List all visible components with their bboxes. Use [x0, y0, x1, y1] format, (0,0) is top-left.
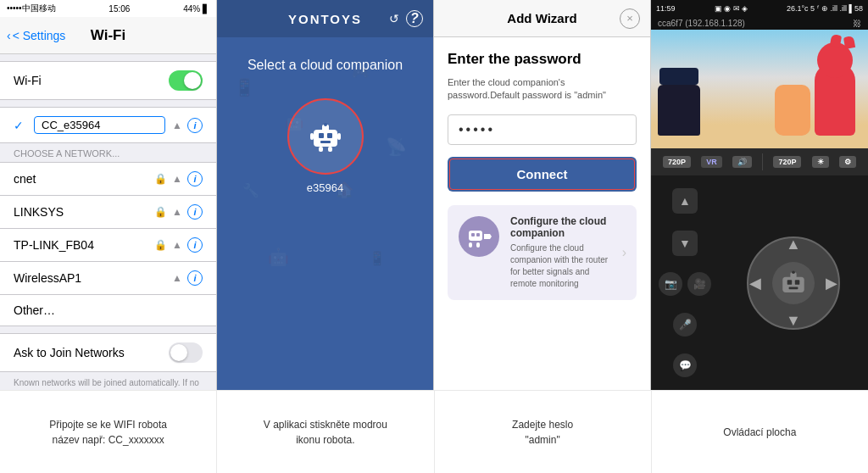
carrier-label: •••••中国移动: [7, 3, 56, 14]
toy-ear-right: [830, 34, 842, 47]
chat-button[interactable]: 💬: [673, 353, 697, 377]
caption-2: V aplikaci stiskněte modrouikonu robota.: [217, 391, 434, 473]
controls-area: ▲ ▼ 📷 🎥 🎤 💬: [651, 175, 868, 390]
network-name: TP-LINK_FB04: [14, 238, 94, 252]
svg-rect-9: [319, 133, 324, 138]
network-name: Other…: [14, 303, 55, 317]
info-icon[interactable]: i: [187, 171, 203, 186]
down-button[interactable]: ▼: [672, 231, 698, 256]
current-network-name: CC_e35964: [34, 116, 165, 134]
dpad-center-btn[interactable]: [772, 262, 815, 304]
back-chevron-icon: ‹: [7, 29, 11, 42]
info-icon[interactable]: i: [187, 204, 203, 220]
statusbar-panel1: •••••中国移动 15:06 44% ▋: [0, 0, 216, 17]
wifi-title: Wi-Fi: [91, 27, 125, 44]
chevron-right-icon: ›: [622, 245, 626, 260]
signal-label: 26.1°c 5 ᶠ ⊕ .ill .ill ▌58: [787, 4, 863, 13]
svg-rect-26: [795, 280, 799, 284]
wifi-toggle[interactable]: [169, 70, 203, 91]
resolution-btn[interactable]: 720P: [663, 156, 691, 168]
close-button[interactable]: ×: [620, 8, 640, 29]
camera-view: [651, 30, 868, 148]
network-item-wirelessap1[interactable]: WirelessAP1 ▲ i: [0, 262, 216, 295]
dpad-right-button[interactable]: ▶: [819, 270, 844, 296]
network-item-tplink[interactable]: TP-LINK_FB04 🔒 ▲ i: [0, 229, 216, 262]
svg-rect-11: [320, 141, 331, 143]
svg-point-29: [792, 270, 795, 274]
robot-name: e35964: [307, 181, 343, 194]
enter-password-description: Enter the cloud companion's password.Def…: [448, 76, 637, 103]
wifi-icon: ▲: [172, 173, 182, 185]
panel-yontoys: YONTOYS ? ↺ Select a cloud companion 📱 🤖…: [217, 0, 434, 390]
ask-join-row: Ask to Join Networks: [0, 333, 216, 372]
robot-icon: [307, 118, 344, 155]
configure-text: Configure the cloud companion Configure …: [510, 215, 612, 290]
dpad-left-button[interactable]: ◀: [743, 270, 768, 296]
wifi-icon: ▲: [172, 206, 182, 218]
current-network-section: ✓ CC_e35964 ▲ i: [0, 107, 216, 143]
network-item-linksys[interactable]: LINKSYS 🔒 ▲ i: [0, 196, 216, 229]
checkmark-icon: ✓: [14, 119, 27, 132]
yontoys-header: YONTOYS ? ↺: [217, 0, 433, 37]
caption-3: Zadejte heslo"admin": [435, 391, 652, 473]
info-icon[interactable]: i: [187, 118, 203, 133]
left-controls: ▲ ▼ 📷 🎥 🎤 💬: [651, 175, 719, 390]
brightness-btn[interactable]: ☀: [812, 156, 829, 168]
svg-rect-23: [476, 242, 480, 248]
back-button[interactable]: ‹ < Settings: [7, 29, 65, 42]
svg-rect-20: [471, 233, 475, 236]
info-icon[interactable]: i: [187, 237, 203, 253]
caption-1-text: Připojte se ke WIFI robotanázev např: CC…: [49, 417, 167, 448]
wifi-icon: ▲: [172, 272, 182, 284]
resolution-btn2[interactable]: 720P: [773, 156, 801, 168]
network-item-other[interactable]: Other…: [0, 295, 216, 326]
current-network-row[interactable]: ✓ CC_e35964 ▲ i: [0, 108, 216, 142]
svg-text:📱: 📱: [369, 250, 386, 266]
help-icon[interactable]: ?: [406, 10, 423, 27]
choose-network-header: CHOOSE A NETWORK...: [0, 143, 216, 162]
dpad-down-button[interactable]: ▼: [781, 309, 806, 334]
network-item-cnet[interactable]: cnet 🔒 ▲ i: [0, 163, 216, 196]
robot-center-icon: [776, 266, 810, 300]
configure-title: Configure the cloud companion: [510, 215, 612, 239]
vr-btn[interactable]: VR: [701, 156, 722, 168]
refresh-icon[interactable]: ↺: [389, 12, 399, 25]
svg-rect-16: [319, 147, 323, 152]
lock-icon: 🔒: [154, 173, 167, 185]
captions-row: Připojte se ke WIFI robotanázev např: CC…: [0, 390, 868, 473]
svg-text:📱: 📱: [234, 77, 255, 97]
camera-button[interactable]: 📷: [659, 272, 682, 296]
toolbar: 720P VR 🔊 720P ☀ ⚙: [651, 148, 868, 175]
password-input[interactable]: [448, 114, 637, 145]
wifi-toggle-section: Wi-Fi: [0, 61, 216, 100]
dpad-up-button[interactable]: ▲: [781, 232, 806, 258]
svg-text:🤖: 🤖: [268, 247, 289, 267]
volume-btn[interactable]: 🔊: [732, 156, 752, 168]
ask-section: Ask to Join Networks Known networks will…: [0, 333, 216, 390]
svg-rect-19: [469, 231, 482, 241]
mic-button[interactable]: 🎤: [673, 313, 697, 337]
settings-btn[interactable]: ⚙: [839, 156, 856, 168]
device-address: cca6f7 (192.168.1.128): [658, 19, 745, 28]
lock-icon: 🔒: [154, 206, 167, 218]
link-icon: ⛓: [853, 19, 861, 28]
network-name: LINKSYS: [14, 205, 64, 219]
configure-section: Configure the cloud companion Configure …: [448, 205, 637, 300]
configure-icon: [458, 215, 500, 258]
svg-rect-17: [328, 147, 332, 152]
current-network-icons: ▲ i: [172, 118, 203, 133]
connect-button[interactable]: Connect: [448, 157, 637, 192]
ask-join-toggle[interactable]: [169, 342, 203, 363]
battery-label: 44% ▋: [183, 4, 209, 14]
robot-selector[interactable]: [287, 98, 364, 175]
up-button[interactable]: ▲: [672, 188, 698, 214]
yontoys-title: YONTOYS: [288, 12, 362, 26]
toy-middle: [775, 85, 810, 136]
wizard-header: Add Wizard ×: [434, 0, 650, 37]
info-icon[interactable]: i: [187, 270, 203, 286]
caption-4-text: Ovládací plocha: [723, 425, 796, 440]
video-button[interactable]: 🎥: [687, 272, 711, 296]
svg-rect-15: [337, 133, 341, 140]
svg-text:📡: 📡: [386, 136, 407, 157]
caption-4: Ovládací plocha: [652, 391, 868, 473]
